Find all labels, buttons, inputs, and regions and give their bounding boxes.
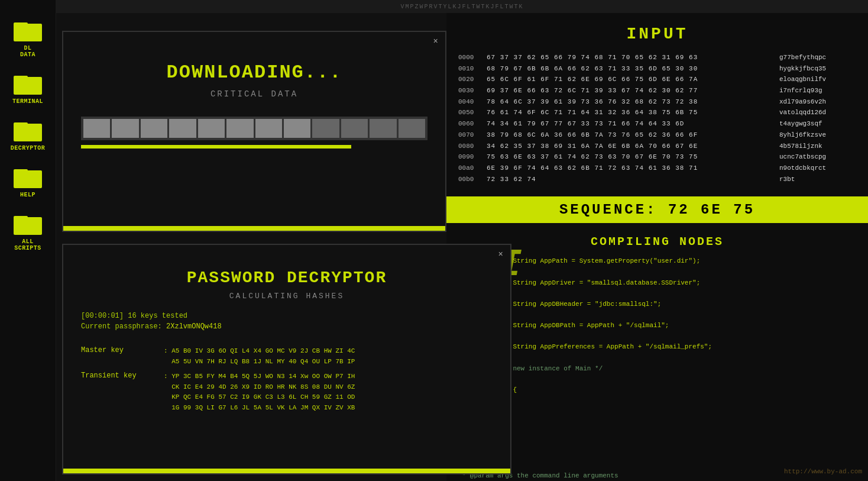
decryptor-content: [00:00:01] 16 keys tested Current passph…	[63, 301, 510, 427]
folder-icon-decryptor	[14, 119, 42, 141]
master-key-block: Master key : A5 B0 IV 3G 6O QI L4 X4 GO …	[81, 346, 493, 367]
progress-seg-2	[112, 119, 138, 138]
hex-bytes: 75 63 6E 63 37 61 74 62 73 63 70 67 6E 7…	[487, 151, 775, 163]
hex-addr: 0040	[458, 96, 482, 108]
download-title: DOWNLOADING...	[63, 32, 445, 83]
hex-bytes: 78 64 6C 37 39 61 39 73 36 76 32 68 62 7…	[487, 96, 775, 108]
transient-key-row2: CK IC E4 29 4D 26 X9 ID RO HR NK 8S 08 D…	[164, 382, 355, 393]
sidebar-label-decryptor: DECRYPTOR	[11, 145, 46, 151]
hex-row: 005076 61 74 6F 6C 71 71 64 31 32 36 64 …	[458, 107, 856, 118]
progress-seg-7	[255, 119, 282, 138]
transient-key-row4: 1G 99 3Q LI G7 L6 JL 5A 5L VK LA JM QX I…	[164, 403, 355, 414]
hex-ascii: vatolqqd126d	[779, 107, 856, 118]
hex-dump: 000067 37 37 62 65 66 79 74 68 71 70 65 …	[458, 52, 856, 185]
code-line: public static String AppDBPath = AppPath…	[458, 320, 856, 331]
transient-key-row1: : YP 3C B5 FY M4 B4 5Q 5J WO N3 14 Xw OO…	[164, 372, 355, 382]
decryptor-close-button[interactable]: ×	[498, 250, 503, 259]
hex-ascii: 4b578iljznk	[779, 141, 856, 152]
folder-icon-terminal	[14, 72, 42, 95]
hex-ascii: n9otdcbkqrct	[779, 163, 856, 174]
hex-addr: 0020	[458, 74, 482, 85]
download-modal: × DOWNLOADING... CRITICAL DATA	[62, 31, 446, 232]
sidebar-item-help[interactable]: HELP	[0, 159, 56, 205]
hex-row: 000067 37 37 62 65 66 79 74 68 71 70 65 …	[458, 52, 856, 63]
decryptor-title: PASSWORD DECRYPTOR	[63, 245, 510, 287]
hex-row: 00b072 33 62 74r3bt	[458, 174, 856, 185]
top-bar: VMPZWPRVTYLKJFLTWTKJFLTWTK	[56, 0, 868, 13]
hex-ascii: i7nfcrlq93g	[779, 85, 856, 96]
decryptor-modal: × PASSWORD DECRYPTOR CALCULATING HASHES …	[62, 244, 511, 474]
progress-seg-10	[341, 119, 368, 138]
progress-seg-11	[370, 119, 396, 138]
watermark: http://www.by-ad.com	[784, 468, 862, 475]
progress-seg-3	[141, 119, 167, 138]
hex-bytes: 69 37 6E 66 63 72 6C 71 39 33 67 74 62 3…	[487, 85, 775, 96]
hex-row: 004078 64 6C 37 39 61 39 73 36 76 32 68 …	[458, 96, 856, 108]
sidebar-label-dl-data: DLDATA	[20, 45, 35, 58]
hex-ascii: r3bt	[779, 174, 856, 185]
code-line: /** Creates a new instance of Main */	[458, 363, 856, 374]
hex-ascii: hygkkjfbcq35	[779, 63, 856, 75]
sequence-text: SEQUENCE: 72 6E 75	[559, 202, 755, 218]
code-line: }	[458, 406, 856, 417]
hex-row: 006074 34 61 79 67 77 67 33 73 71 66 74 …	[458, 118, 856, 130]
sidebar-item-all-scripts[interactable]: ALLSCRIPTS	[0, 205, 56, 259]
hex-ascii: g77befythqpc	[779, 52, 856, 63]
passphrase-label: Current passphrase:	[81, 322, 162, 331]
progress-seg-5	[198, 119, 225, 138]
hex-bytes: 65 6C 6F 61 6F 71 62 6E 69 6C 66 75 6D 6…	[487, 74, 775, 85]
hex-addr: 0060	[458, 118, 482, 130]
code-line: public static String AppDBHeader = "jdbc…	[458, 299, 856, 309]
hex-row: 007038 79 68 6C 6A 36 66 6B 7A 73 76 65 …	[458, 130, 856, 141]
transient-key-row3: KP QC E4 FG 57 C2 I9 GK C3 L3 6L CH 59 G…	[164, 392, 355, 403]
hex-bytes: 34 62 35 37 38 69 31 6A 7A 6E 6B 6A 70 6…	[487, 141, 775, 152]
folder-icon-dl-data	[14, 19, 42, 41]
sidebar-item-decryptor[interactable]: DECRYPTOR	[0, 112, 56, 159]
hex-bytes: 6E 39 6F 74 64 63 62 6B 71 72 63 74 61 3…	[487, 163, 775, 174]
code-line: /**	[458, 449, 856, 460]
hex-bytes: 68 79 67 6B 6B 6A 66 62 63 71 33 35 6D 6…	[487, 63, 775, 75]
hex-ascii: eloaqgbnilfv	[779, 74, 856, 85]
passphrase-value: 2XzlvmONQw418	[166, 322, 222, 331]
transient-key-values: : YP 3C B5 FY M4 B4 5Q 5J WO N3 14 Xw OO…	[164, 372, 355, 413]
sidebar-item-terminal[interactable]: TERMINAL	[0, 65, 56, 112]
progress-seg-1	[83, 119, 110, 138]
hex-row: 00a06E 39 6F 74 64 63 62 6B 71 72 63 74 …	[458, 163, 856, 174]
input-title: INPUT	[458, 25, 856, 43]
hex-addr: 0050	[458, 107, 482, 118]
hex-ascii: xdl79a9s6v2h	[779, 96, 856, 108]
hex-ascii: 8yhlj6fkzsve	[779, 130, 856, 141]
hex-ascii: t4aygwg3sqf	[779, 118, 856, 130]
download-close-button[interactable]: ×	[433, 37, 438, 46]
hex-ascii: ucnc7atbscpg	[779, 151, 856, 163]
decryptor-subtitle: CALCULATING HASHES	[63, 292, 510, 301]
hex-row: 001068 79 67 6B 6B 6A 66 62 63 71 33 35 …	[458, 63, 856, 75]
hex-bytes: 76 61 74 6F 6C 71 71 64 31 32 36 64 38 7…	[487, 107, 775, 118]
master-key-values: : A5 B0 IV 3G 6O QI L4 X4 GO MC V9 2J CB…	[164, 346, 355, 367]
decryptor-line1: [00:00:01] 16 keys tested	[81, 312, 493, 320]
progress-seg-9	[312, 119, 339, 138]
hex-addr: 0080	[458, 141, 482, 152]
hex-addr: 0070	[458, 130, 482, 141]
sidebar-item-dl-data[interactable]: DLDATA	[0, 12, 56, 65]
transient-key-block: Transient key : YP 3C B5 FY M4 B4 5Q 5J …	[81, 372, 493, 413]
download-bottom-accent	[63, 226, 445, 231]
hex-addr: 00a0	[458, 163, 482, 174]
progress-container	[81, 117, 427, 149]
top-bar-text: VMPZWPRVTYLKJFLTWTKJFLTWTK	[400, 4, 523, 10]
hex-addr: 0010	[458, 63, 482, 75]
sidebar-label-all-scripts: ALLSCRIPTS	[14, 238, 41, 251]
sidebar-label-help: HELP	[20, 192, 35, 198]
hex-addr: 0090	[458, 151, 482, 163]
hex-row: 002065 6C 6F 61 6F 71 62 6E 69 6C 66 75 …	[458, 74, 856, 85]
download-subtitle: CRITICAL DATA	[63, 89, 445, 99]
progress-seg-12	[399, 119, 425, 138]
master-key-row2: A5 5U VN 7H RJ LQ B8 1J NL MY 40 Q4 OU L…	[164, 357, 355, 367]
hex-addr: 0000	[458, 52, 482, 63]
sidebar-label-terminal: TERMINAL	[12, 98, 43, 105]
folder-icon-help	[14, 166, 42, 188]
progress-segments	[83, 119, 425, 138]
decryptor-bottom-accent	[63, 469, 510, 473]
hex-row: 003069 37 6E 66 63 72 6C 71 39 33 67 74 …	[458, 85, 856, 96]
master-key-label: Master key	[81, 346, 164, 367]
